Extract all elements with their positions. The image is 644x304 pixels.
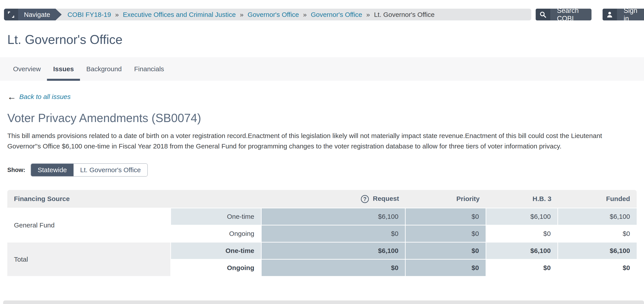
header-financing-source: Financing Source [7,190,262,208]
cell-request: $0 [262,225,406,242]
navigate-icon [4,9,18,21]
user-icon [602,9,617,21]
cell-type: One-time [171,208,262,225]
cell-source-total: Total [7,242,171,276]
breadcrumb-link-governors-office-2[interactable]: Governor's Office [311,11,362,18]
breadcrumb-separator: » [115,11,119,18]
navigate-label: Navigate [18,9,62,21]
back-to-all-issues-link[interactable]: Back to all issues [19,93,71,100]
breadcrumb-separator: » [240,11,244,18]
cell-priority: $0 [406,259,486,276]
issue-description: This bill amends provisions related to a… [7,131,637,151]
header-funded: Funded [558,190,637,208]
show-row: Show: Statewide Lt. Governor's Office [7,163,644,177]
footer-strip [3,300,644,304]
cell-priority: $0 [406,242,486,259]
back-arrow-icon: ← [7,92,16,101]
header-request: ?Request [262,190,406,208]
cell-priority: $0 [406,225,486,242]
table-row: General Fund One-time $6,100 $0 $6,100 $… [7,208,637,225]
breadcrumb: COBI FY18-19 » Executive Offices and Cri… [62,11,440,19]
breadcrumb-current: Lt. Governor's Office [374,11,435,18]
back-row: ← Back to all issues [7,92,644,101]
table-header-row: Financing Source ?Request Priority H.B. … [7,190,637,208]
cell-funded: $0 [558,259,637,276]
breadcrumb-bar: Navigate COBI FY18-19 » Executive Office… [4,9,531,21]
tab-financials[interactable]: Financials [128,57,170,81]
tab-overview[interactable]: Overview [7,57,47,81]
header-priority: Priority [406,190,486,208]
search-button-label: Search COBI [550,9,592,21]
issue-heading: Voter Privacy Amendments (SB0074) [7,111,644,125]
cell-type: Ongoing [171,259,262,276]
show-toggle-group: Statewide Lt. Governor's Office [30,163,148,177]
navigate-button[interactable]: Navigate [4,9,62,21]
search-icon [536,9,550,21]
cell-hb3: $0 [486,225,558,242]
breadcrumb-separator: » [366,11,370,18]
header-hb3: H.B. 3 [486,190,558,208]
cell-request: $6,100 [262,208,406,225]
signin-button[interactable]: Sign in [602,9,644,21]
cell-funded: $6,100 [558,208,637,225]
cell-hb3: $0 [486,259,558,276]
header-request-label: Request [373,195,399,202]
toggle-statewide[interactable]: Statewide [31,164,74,176]
toggle-lt-governors-office[interactable]: Lt. Governor's Office [74,164,148,176]
tab-bar: Overview Issues Background Financials [0,57,644,81]
signin-button-label: Sign in [617,9,644,21]
help-icon[interactable]: ? [361,195,369,203]
table-row-total: Total One-time $6,100 $0 $6,100 $6,100 [7,242,637,259]
cell-hb3: $6,100 [486,208,558,225]
cell-hb3: $6,100 [486,242,558,259]
breadcrumb-link-executive-offices[interactable]: Executive Offices and Criminal Justice [123,11,236,18]
cell-request: $0 [262,259,406,276]
cell-funded: $6,100 [558,242,637,259]
cell-type: One-time [171,242,262,259]
show-label: Show: [7,167,25,174]
tab-issues[interactable]: Issues [47,57,80,81]
cell-request: $6,100 [262,242,406,259]
breadcrumb-link-cobi[interactable]: COBI FY18-19 [67,11,111,18]
top-bar: Navigate COBI FY18-19 » Executive Office… [4,9,644,21]
cell-priority: $0 [406,208,486,225]
cell-type: Ongoing [171,225,262,242]
cell-source-general-fund: General Fund [7,208,171,242]
breadcrumb-separator: » [303,11,307,18]
search-button[interactable]: Search COBI [536,9,592,21]
tab-background[interactable]: Background [80,57,128,81]
page-title: Lt. Governor's Office [7,32,644,47]
cell-funded: $0 [558,225,637,242]
financing-table: Financing Source ?Request Priority H.B. … [7,190,637,276]
breadcrumb-link-governors-office[interactable]: Governor's Office [248,11,299,18]
